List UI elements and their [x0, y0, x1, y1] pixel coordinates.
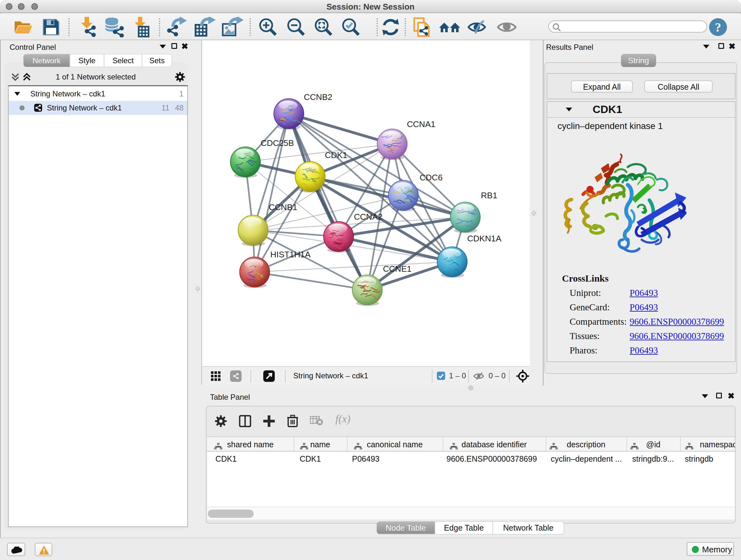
svg-text:CDC25B: CDC25B: [261, 138, 294, 148]
svg-text:RB1: RB1: [481, 191, 497, 200]
svg-text:CCNE1: CCNE1: [383, 264, 411, 273]
svg-text:CCNA2: CCNA2: [354, 212, 382, 222]
svg-text:CCNB1: CCNB1: [269, 202, 297, 212]
svg-text:CDKN1A: CDKN1A: [467, 234, 501, 243]
svg-text:HIST1H1A: HIST1H1A: [270, 250, 311, 259]
svg-text:CCNB2: CCNB2: [304, 92, 332, 102]
svg-text:CDC6: CDC6: [420, 173, 443, 182]
svg-text:CDK1: CDK1: [325, 150, 347, 160]
svg-text:CCNA1: CCNA1: [407, 119, 435, 129]
svg-text:?: ?: [715, 20, 721, 35]
